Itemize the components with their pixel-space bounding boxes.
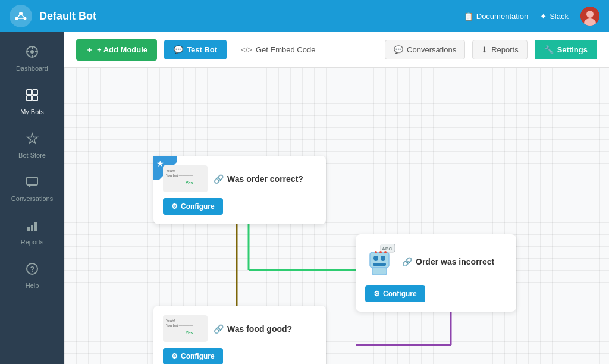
topbar-actions: 📋 Documentation ✦ Slack [464, 7, 599, 26]
mini-preview-food: Yeah! You bet ———— Yes [163, 315, 208, 342]
svg-rect-16 [33, 90, 37, 95]
star-icon: ★ [156, 159, 164, 168]
svg-rect-22 [34, 222, 37, 231]
gear-icon-order-incorrect: ⚙ [373, 290, 380, 298]
bot-store-icon [26, 132, 39, 148]
logo[interactable] [10, 5, 32, 27]
svg-point-7 [586, 11, 594, 18]
svg-point-40 [384, 251, 387, 253]
svg-rect-18 [33, 96, 37, 101]
sidebar-label-bot-store: Bot Store [18, 152, 46, 159]
main-layout: Dashboard My Bots Bot Store [0, 32, 609, 364]
card-order-correct-title: 🔗 Was order correct? [214, 174, 303, 184]
svg-line-3 [17, 14, 21, 18]
svg-rect-20 [27, 227, 30, 231]
doc-icon: 📋 [464, 12, 473, 21]
svg-point-39 [379, 251, 382, 253]
mini-preview-order: Yeah! You bet ———— Yes [163, 165, 208, 192]
wrench-icon: 🔧 [544, 45, 554, 54]
svg-rect-42 [372, 268, 387, 275]
toolbar: ＋ + Add Module 💬 Test Bot </> Get Embed … [64, 32, 609, 68]
sidebar-item-my-bots[interactable]: My Bots [0, 80, 64, 124]
conversations-btn-icon: 💬 [394, 45, 403, 54]
svg-text:?: ? [30, 265, 34, 274]
sidebar-item-dashboard[interactable]: Dashboard [0, 37, 64, 80]
conversations-button[interactable]: 💬 Conversations [385, 40, 465, 59]
robot-icon-order: ABC [365, 244, 396, 280]
sidebar-label-conversations: Conversations [11, 195, 53, 202]
code-icon: </> [241, 45, 252, 54]
sidebar-label-reports: Reports [21, 239, 44, 246]
reports-btn-icon: ⬇ [481, 45, 488, 54]
svg-rect-19 [27, 177, 37, 185]
reports-button[interactable]: ⬇ Reports [472, 40, 528, 59]
svg-rect-15 [27, 90, 32, 95]
svg-point-38 [375, 251, 377, 253]
avatar[interactable] [580, 7, 599, 26]
card-order-incorrect: ABC [356, 234, 516, 312]
card-was-order-correct: ★ Yeah! You bet ———— Yes 🔗 Was order cor… [153, 156, 326, 224]
dashboard-icon [26, 45, 39, 61]
test-bot-button[interactable]: 💬 Test Bot [164, 40, 227, 59]
link-icon: 🔗 [214, 174, 224, 184]
slack-icon: ✦ [540, 12, 547, 21]
conversations-icon [26, 175, 39, 192]
configure-order-correct-button[interactable]: ⚙ Configure [163, 198, 223, 215]
svg-point-37 [381, 256, 385, 261]
page-title: Default Bot [39, 10, 464, 23]
sidebar-item-conversations[interactable]: Conversations [0, 167, 64, 211]
svg-point-10 [30, 50, 34, 54]
svg-rect-17 [27, 96, 32, 101]
svg-rect-41 [373, 263, 386, 266]
sidebar: Dashboard My Bots Bot Store [0, 32, 64, 364]
sidebar-label-help: Help [26, 282, 39, 289]
add-module-button[interactable]: ＋ + Add Module [76, 39, 157, 61]
slack-link[interactable]: ✦ Slack [540, 12, 569, 21]
plus-icon: ＋ [86, 45, 93, 55]
svg-line-4 [21, 14, 25, 18]
svg-text:ABC: ABC [382, 246, 393, 252]
content-area: ＋ + Add Module 💬 Test Bot </> Get Embed … [64, 32, 609, 364]
reports-icon [26, 219, 39, 235]
my-bots-icon [26, 89, 39, 105]
sidebar-item-help[interactable]: ? Help [0, 254, 64, 297]
card-was-food-good: Yeah! You bet ———— Yes 🔗 Was food good? … [153, 306, 326, 364]
sidebar-item-bot-store[interactable]: Bot Store [0, 124, 64, 167]
settings-button[interactable]: 🔧 Settings [535, 40, 597, 59]
chat-icon: 💬 [174, 45, 183, 54]
gear-icon-food: ⚙ [171, 352, 178, 360]
svg-rect-21 [31, 225, 33, 231]
embed-code-button[interactable]: </> Get Embed Code [234, 40, 322, 59]
sidebar-label-dashboard: Dashboard [16, 65, 48, 72]
documentation-link[interactable]: 📋 Documentation [464, 12, 528, 21]
configure-food-good-button[interactable]: ⚙ Configure [163, 348, 223, 364]
help-icon: ? [26, 262, 39, 278]
gear-icon-order: ⚙ [171, 202, 178, 211]
svg-point-36 [373, 256, 378, 261]
topbar: Default Bot 📋 Documentation ✦ Slack [0, 0, 609, 32]
card-food-good-title: 🔗 Was food good? [214, 324, 292, 334]
link-icon-3: 🔗 [214, 324, 224, 334]
card-order-incorrect-title: 🔗 Order was incorrect [402, 257, 494, 266]
configure-order-incorrect-button[interactable]: ⚙ Configure [365, 285, 425, 302]
sidebar-label-my-bots: My Bots [20, 108, 44, 115]
canvas-area: ★ Yeah! You bet ———— Yes 🔗 Was order cor… [64, 68, 609, 364]
connections-svg [64, 68, 609, 364]
sidebar-item-reports[interactable]: Reports [0, 211, 64, 254]
link-icon-2: 🔗 [402, 257, 412, 266]
